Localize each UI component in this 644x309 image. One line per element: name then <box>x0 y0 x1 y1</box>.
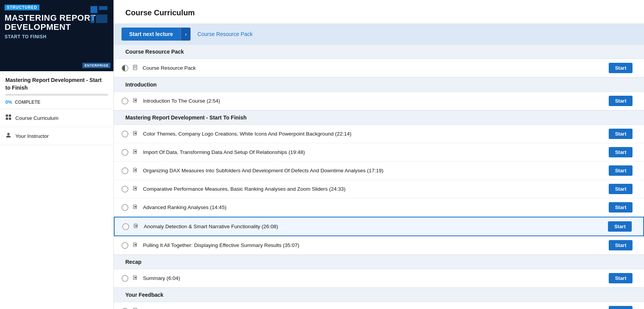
video-icon <box>133 98 138 104</box>
lesson-row-summary: Summary (6:04)Start <box>114 269 644 288</box>
doc-icon <box>133 65 138 71</box>
progress-percent: 0% <box>5 100 12 105</box>
lesson-row-course-survey: Course SurveyStart <box>114 302 644 309</box>
lesson-checkbox-intro-course[interactable] <box>122 98 128 105</box>
svg-rect-3 <box>96 15 107 23</box>
section-header-course-resource-pack: Course Resource Pack <box>114 44 644 59</box>
lesson-checkbox-lesson-4[interactable] <box>122 186 128 193</box>
sidebar-hero: STRUCTURED MASTERING REPORT DEVELOPMENT … <box>0 0 113 71</box>
start-button-lesson-3[interactable]: Start <box>609 165 632 176</box>
progress-bar-bg <box>5 94 108 96</box>
svg-point-8 <box>7 133 10 135</box>
start-button-course-survey[interactable]: Start <box>609 306 632 309</box>
lesson-title-intro-course: Introduction To The Course (2:54) <box>143 98 604 104</box>
start-button-lesson-5[interactable]: Start <box>609 202 632 213</box>
lecture-bar: Start next lecture › Course Resource Pac… <box>114 24 644 44</box>
lesson-checkbox-lesson-3[interactable] <box>122 167 128 174</box>
lesson-title-lesson-5: Advanced Ranking Analyses (14:45) <box>143 204 604 210</box>
svg-rect-7 <box>9 118 11 120</box>
video-icon <box>133 275 138 281</box>
course-resource-pack-link[interactable]: Course Resource Pack <box>197 31 253 37</box>
sidebar-item-course-curriculum[interactable]: Course Curriculum <box>0 109 113 127</box>
video-icon <box>133 186 138 192</box>
section-header-recap: Recap <box>114 255 644 269</box>
lesson-row-lesson-7: Pulling It All Together: Displaying Effe… <box>114 236 644 255</box>
lesson-row-lesson-3: Organizing DAX Measures Into Subfolders … <box>114 162 644 180</box>
lesson-title-lesson-4: Comparative Performance Measures, Basic … <box>143 186 604 192</box>
svg-rect-2 <box>90 15 94 23</box>
video-icon <box>133 204 138 211</box>
lesson-row-intro-course: Introduction To The Course (2:54)Start <box>114 92 644 110</box>
lesson-checkbox-lesson-7[interactable] <box>122 242 128 249</box>
start-next-chevron-button[interactable]: › <box>181 28 191 41</box>
start-button-lesson-6[interactable]: Start <box>608 221 632 232</box>
video-icon <box>133 167 138 174</box>
sections-container: Course Resource PackCourse Resource Pack… <box>114 44 644 309</box>
lesson-row-lesson-5: Advanced Ranking Analyses (14:45)Start <box>114 198 644 217</box>
hero-icon <box>90 5 108 25</box>
lesson-title-lesson-1: Color Themes, Company Logo Creations, Wh… <box>143 131 604 137</box>
sidebar-curriculum-label: Course Curriculum <box>15 115 59 121</box>
start-next-lecture-button[interactable]: Start next lecture <box>122 28 181 41</box>
hero-enterprise-label: ENTERPRISE <box>82 63 110 68</box>
lesson-checkbox-lesson-6[interactable] <box>122 223 129 230</box>
lesson-title-lesson-2: Import Of Data, Transforming Data And Se… <box>143 149 604 155</box>
main-content: Course Curriculum Start next lecture › C… <box>114 0 644 309</box>
hero-subtitle: START TO FINISH <box>5 34 109 39</box>
page-title: Course Curriculum <box>125 8 632 17</box>
video-icon <box>134 223 139 230</box>
main-header: Course Curriculum <box>114 0 644 24</box>
start-button-lesson-4[interactable]: Start <box>609 184 632 194</box>
svg-rect-4 <box>6 114 8 117</box>
lesson-checkbox-lesson-1[interactable] <box>122 131 128 137</box>
section-header-introduction: Introduction <box>114 77 644 92</box>
lesson-checkbox-course-survey[interactable] <box>122 308 128 309</box>
start-button-crs-resource-pack[interactable]: Start <box>609 63 632 73</box>
video-icon <box>133 242 138 249</box>
sidebar-instructor-label: Your Instructor <box>15 133 49 139</box>
start-button-lesson-1[interactable]: Start <box>609 129 632 139</box>
lesson-checkbox-lesson-2[interactable] <box>122 149 128 156</box>
lesson-row-crs-resource-pack: Course Resource PackStart <box>114 59 644 77</box>
lesson-row-lesson-2: Import Of Data, Transforming Data And Se… <box>114 143 644 162</box>
sidebar: STRUCTURED MASTERING REPORT DEVELOPMENT … <box>0 0 114 309</box>
lesson-title-lesson-6: Anomaly Detection & Smart Narrative Func… <box>144 224 603 229</box>
svg-rect-1 <box>99 6 107 10</box>
start-button-lesson-7[interactable]: Start <box>609 240 632 250</box>
svg-rect-6 <box>6 118 8 120</box>
start-button-summary[interactable]: Start <box>609 273 632 283</box>
lesson-row-lesson-1: Color Themes, Company Logo Creations, Wh… <box>114 125 644 143</box>
start-button-lesson-2[interactable]: Start <box>609 147 632 157</box>
svg-rect-0 <box>90 6 97 13</box>
lesson-row-lesson-6: Anomaly Detection & Smart Narrative Func… <box>114 217 644 236</box>
lesson-checkbox-crs-resource-pack[interactable] <box>122 65 128 72</box>
sidebar-item-instructor[interactable]: Your Instructor <box>0 127 113 145</box>
progress-complete-text: COMPLETE <box>15 100 41 105</box>
progress-label: 0% COMPLETE <box>0 98 113 109</box>
lesson-title-lesson-3: Organizing DAX Measures Into Subfolders … <box>143 168 604 173</box>
hero-badge: STRUCTURED <box>5 5 39 10</box>
lesson-row-lesson-4: Comparative Performance Measures, Basic … <box>114 180 644 198</box>
sidebar-course-title: Mastering Report Development - Start to … <box>0 71 113 94</box>
grid-icon <box>5 114 12 122</box>
section-header-mastering-report: Mastering Report Development - Start To … <box>114 110 644 125</box>
lesson-title-summary: Summary (6:04) <box>143 275 604 281</box>
video-icon <box>133 149 138 155</box>
lesson-checkbox-summary[interactable] <box>122 275 128 282</box>
video-icon <box>133 131 138 137</box>
lesson-title-lesson-7: Pulling It All Together: Displaying Effe… <box>143 242 604 248</box>
section-header-your-feedback: Your Feedback <box>114 288 644 302</box>
lesson-title-crs-resource-pack: Course Resource Pack <box>143 65 604 71</box>
progress-bar-wrap <box>0 94 113 98</box>
person-icon <box>5 132 12 140</box>
lesson-checkbox-lesson-5[interactable] <box>122 204 128 211</box>
start-button-intro-course[interactable]: Start <box>609 96 632 106</box>
svg-rect-5 <box>9 114 11 117</box>
